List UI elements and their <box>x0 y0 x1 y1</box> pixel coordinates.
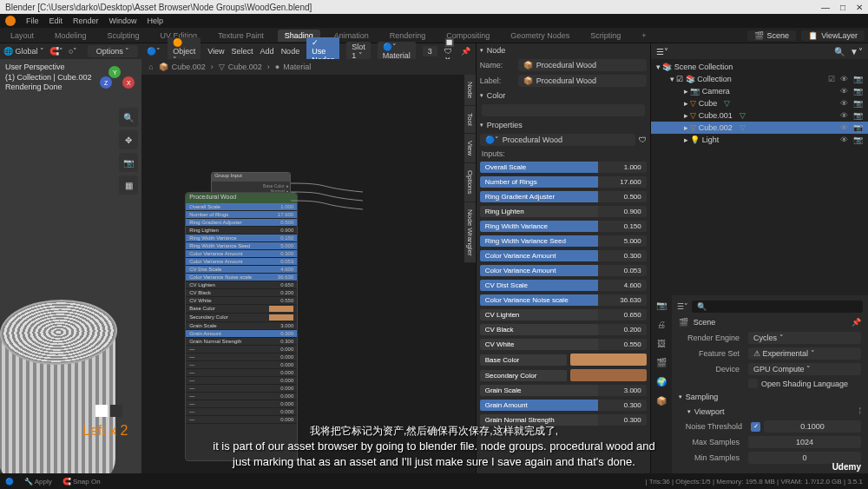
viewlayer-selector[interactable]: 📋 ViewLayer <box>801 30 865 41</box>
input-row[interactable]: Overall Scale1.000 <box>477 160 650 175</box>
tab-geonodes[interactable]: Geometry Nodes <box>503 30 576 42</box>
outliner-item[interactable]: ▸ 💡 Light👁📷 <box>651 134 868 146</box>
ne-menu-view[interactable]: View <box>207 47 224 56</box>
proptab-viewlayer-icon[interactable]: 🖼 <box>651 334 672 353</box>
tab-sculpting[interactable]: Sculpting <box>101 30 147 42</box>
input-row[interactable]: CV White0.550 <box>477 337 650 352</box>
input-value[interactable]: 0.550 <box>598 339 647 350</box>
scene-selector[interactable]: 🎬 Scene <box>747 30 797 41</box>
viewport-options[interactable]: Options ˅ <box>88 45 139 57</box>
label-field[interactable]: 📦 Procedural Wood <box>518 75 647 87</box>
outliner-item[interactable]: ▸ ▽ Cube.001▽👁📷 <box>651 109 868 122</box>
breadcrumb-item[interactable]: ▽ Cube.002 <box>219 63 262 71</box>
input-row[interactable]: Ring Width Variance0.150 <box>477 219 650 234</box>
input-row[interactable]: Ring Gradient Adjuster0.500 <box>477 189 650 204</box>
ne-menu-add[interactable]: Add <box>260 47 274 56</box>
tab-add[interactable]: + <box>635 30 653 42</box>
tab-scripting[interactable]: Scripting <box>583 30 628 42</box>
3d-viewport[interactable]: 🌐 Global ˅ 🧲˅ ○˅ Options ˅ User Perspect… <box>0 43 141 473</box>
gizmo-x-axis[interactable]: X <box>122 76 135 89</box>
ne-menu-select[interactable]: Select <box>232 47 253 56</box>
max-samples-value[interactable]: 1024 <box>748 436 861 448</box>
perspective-tool-icon[interactable]: ▦ <box>119 175 138 195</box>
input-row[interactable]: Color Variance Noise scale36.630 <box>477 293 650 307</box>
input-row[interactable]: Color Variance Amount0.053 <box>477 263 650 278</box>
viewport-sampling-header[interactable]: Viewport⦙ <box>675 404 865 419</box>
close-button[interactable]: ✕ <box>856 3 863 12</box>
proptab-object-icon[interactable]: 📦 <box>651 391 672 410</box>
name-field[interactable]: 📦 Procedural Wood <box>518 59 647 71</box>
sidetab-nodewrangler[interactable]: Node Wrangler <box>464 202 476 264</box>
input-value[interactable]: 0.200 <box>598 324 647 335</box>
node-color-field[interactable] <box>482 104 645 116</box>
outliner-type-icon[interactable]: ☰˅ <box>656 47 668 56</box>
snap-button[interactable]: 🧲 Snap On <box>62 478 101 486</box>
input-row[interactable]: Grain Scale3.000 <box>477 383 650 398</box>
sampling-header[interactable]: Sampling <box>675 390 865 404</box>
input-row[interactable]: Ring Lighten0.900 <box>477 204 650 219</box>
slot-dropdown[interactable]: Slot 1 ˅ <box>346 42 371 61</box>
proptab-scene-icon[interactable]: 🎬 <box>651 353 672 372</box>
pin-icon[interactable]: 📌 <box>852 318 861 327</box>
input-value[interactable]: 0.500 <box>598 191 647 202</box>
proportional-toggle[interactable]: ○˅ <box>69 47 77 56</box>
move-tool-icon[interactable]: ✥ <box>119 130 138 149</box>
input-row[interactable]: CV Dist Scale4.600 <box>477 278 650 293</box>
proptab-output-icon[interactable]: 🖨 <box>651 314 672 334</box>
editor-type-icon[interactable]: 🔵˅ <box>147 47 161 56</box>
noise-threshold-value[interactable]: 0.1000 <box>764 420 861 433</box>
tab-layout[interactable]: Layout <box>3 30 41 42</box>
gizmo-y-axis[interactable]: Y <box>108 66 121 78</box>
breadcrumb-home-icon[interactable]: ⌂ <box>148 63 153 71</box>
outliner-item[interactable]: ▸ ▽ Cube.002▽👁📷 <box>651 122 868 134</box>
zoom-tool-icon[interactable]: 🔍 <box>119 108 138 127</box>
outliner-item[interactable]: ▸ 📷 Camera👁📷 <box>651 85 868 97</box>
noise-threshold-checkbox[interactable]: ✓ <box>751 422 760 432</box>
tree-collection[interactable]: ▾ ☑ 📚 Collection ☑👁📷 <box>651 73 868 85</box>
input-row[interactable]: Ring Width Variance Seed5.000 <box>477 234 650 248</box>
feature-set-dropdown[interactable]: ⚠ Experimental ˅ <box>748 347 861 360</box>
input-value[interactable]: 0.300 <box>598 400 647 411</box>
base-color-swatch[interactable] <box>570 354 647 366</box>
sidetab-view[interactable]: View <box>464 134 476 163</box>
panel-node-header[interactable]: Node <box>477 43 650 57</box>
menu-edit[interactable]: Edit <box>49 17 63 25</box>
pin-icon[interactable]: 📌 <box>461 47 470 56</box>
input-value[interactable]: 5.000 <box>598 235 647 247</box>
device-dropdown[interactable]: GPU Compute ˅ <box>748 363 861 375</box>
snap-toggle[interactable]: 🧲˅ <box>49 47 63 56</box>
nav-gizmo[interactable]: Y X Z <box>100 66 135 101</box>
breadcrumb-item[interactable]: 📦 Cube.002 <box>159 63 206 71</box>
node-group-procedural-wood[interactable]: Procedural Wood Overall Scale1.000Number… <box>185 192 298 461</box>
minimize-button[interactable]: — <box>821 3 830 12</box>
input-value[interactable]: 0.300 <box>598 250 647 261</box>
osl-checkbox[interactable] <box>748 379 758 388</box>
filter-icon[interactable]: 🔍 <box>834 47 845 56</box>
input-value[interactable]: 0.150 <box>598 221 647 232</box>
camera-tool-icon[interactable]: 📷 <box>119 153 138 172</box>
footer-icon[interactable]: 🔵 <box>5 478 14 486</box>
proptab-world-icon[interactable]: 🌍 <box>651 372 672 391</box>
ne-menu-node[interactable]: Node <box>281 47 300 56</box>
tab-rendering[interactable]: Rendering <box>383 30 433 42</box>
panel-properties-header[interactable]: Properties <box>477 118 650 132</box>
sidetab-tool[interactable]: Tool <box>464 106 476 134</box>
node-canvas[interactable]: Group Input Base Color ●Normal ●Disp_Noi… <box>141 75 475 473</box>
input-row[interactable]: Number of Rings17.600 <box>477 175 650 189</box>
input-row[interactable]: Grain Normal Strength0.300 <box>477 413 650 427</box>
input-value[interactable]: 0.650 <box>598 309 647 320</box>
menu-help[interactable]: Help <box>148 17 164 25</box>
input-row[interactable]: CV Black0.200 <box>477 322 650 337</box>
proptab-render-icon[interactable]: 📷 <box>651 295 672 314</box>
input-value[interactable]: 17.600 <box>598 176 647 188</box>
input-row[interactable]: Grain Amount0.300 <box>477 398 650 413</box>
sidetab-options[interactable]: Options <box>464 163 476 202</box>
render-engine-dropdown[interactable]: Cycles ˅ <box>748 332 861 344</box>
sidetab-node[interactable]: Node <box>464 75 476 106</box>
apply-button[interactable]: 🔧 Apply <box>24 478 52 486</box>
input-value[interactable]: 0.900 <box>598 206 647 217</box>
props-search[interactable]: 🔍 <box>692 301 863 313</box>
input-value[interactable]: 4.600 <box>598 280 647 291</box>
material-dropdown[interactable]: 🔵˅ Material <box>378 42 416 61</box>
menu-window[interactable]: Window <box>109 17 137 25</box>
